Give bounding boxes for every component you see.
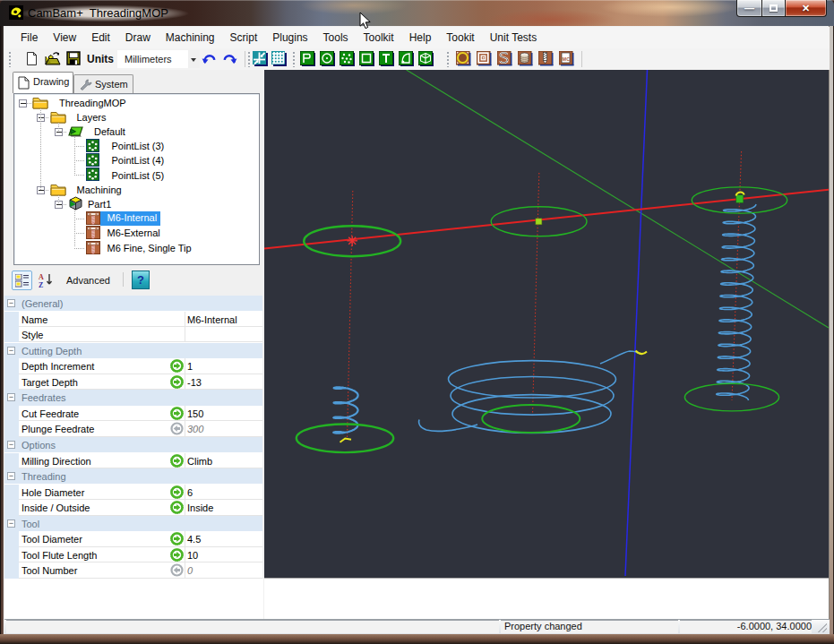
svg-text:A: A (39, 273, 44, 281)
svg-text:MC: MC (563, 56, 571, 62)
svg-text:Z: Z (39, 281, 43, 288)
